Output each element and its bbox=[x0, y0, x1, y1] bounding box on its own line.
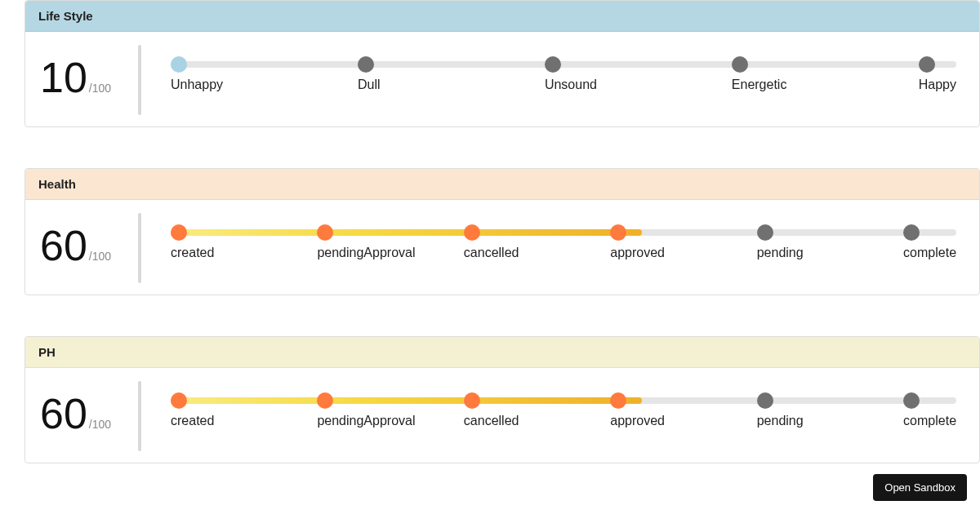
progress-step[interactable]: pending bbox=[757, 224, 903, 260]
score-suffix: /100 bbox=[89, 250, 111, 263]
progress-track[interactable]: createdpendingApprovalcancelledapprovedp… bbox=[163, 392, 964, 440]
step-dot-icon bbox=[358, 56, 374, 73]
step-label: complete bbox=[903, 246, 956, 260]
step-dot-icon bbox=[171, 392, 187, 409]
step-dot-icon bbox=[317, 392, 333, 409]
score-display: 10/100 bbox=[40, 56, 138, 99]
steps-row: createdpendingApprovalcancelledapprovedp… bbox=[171, 224, 956, 260]
progress-step[interactable]: approved bbox=[610, 224, 756, 260]
step-dot-icon bbox=[464, 392, 480, 409]
step-dot-icon bbox=[171, 56, 187, 73]
step-label: pendingApproval bbox=[317, 246, 415, 260]
card-body: 60/100createdpendingApprovalcancelledapp… bbox=[25, 200, 979, 295]
step-label: pending bbox=[757, 246, 804, 260]
score-value: 60 bbox=[40, 224, 87, 267]
steps-row: UnhappyDullUnsoundEnergeticHappy bbox=[171, 56, 956, 92]
step-label: created bbox=[171, 414, 214, 428]
card-body: 10/100UnhappyDullUnsoundEnergeticHappy bbox=[25, 32, 979, 126]
step-label: Unsound bbox=[545, 78, 597, 92]
step-label: approved bbox=[610, 414, 665, 428]
progress-step[interactable]: created bbox=[171, 392, 317, 428]
score-suffix: /100 bbox=[89, 418, 111, 431]
step-label: approved bbox=[610, 246, 665, 260]
progress-step[interactable]: complete bbox=[903, 392, 956, 428]
progress-track[interactable]: UnhappyDullUnsoundEnergeticHappy bbox=[163, 56, 964, 104]
steps-row: createdpendingApprovalcancelledapprovedp… bbox=[171, 392, 956, 428]
progress-step[interactable]: Dull bbox=[358, 56, 545, 92]
step-label: Happy bbox=[919, 78, 956, 92]
progress-step[interactable]: Unsound bbox=[545, 56, 732, 92]
step-dot-icon bbox=[903, 224, 920, 241]
vertical-divider bbox=[138, 213, 141, 283]
metric-card: PH60/100createdpendingApprovalcancelleda… bbox=[24, 336, 980, 463]
step-dot-icon bbox=[171, 224, 187, 241]
score-display: 60/100 bbox=[40, 392, 138, 435]
card-header: Life Style bbox=[25, 1, 979, 32]
progress-step[interactable]: cancelled bbox=[464, 224, 610, 260]
card-header: Health bbox=[25, 169, 979, 200]
step-dot-icon bbox=[464, 224, 480, 241]
score-value: 60 bbox=[40, 392, 87, 435]
score-value: 10 bbox=[40, 56, 87, 99]
progress-step[interactable]: complete bbox=[903, 224, 956, 260]
step-dot-icon bbox=[610, 224, 626, 241]
step-label: cancelled bbox=[464, 246, 519, 260]
progress-step[interactable]: pendingApproval bbox=[317, 224, 463, 260]
step-label: cancelled bbox=[464, 414, 519, 428]
step-label: created bbox=[171, 246, 214, 260]
step-dot-icon bbox=[732, 56, 748, 73]
score-display: 60/100 bbox=[40, 224, 138, 267]
step-dot-icon bbox=[757, 224, 773, 241]
progress-track[interactable]: createdpendingApprovalcancelledapprovedp… bbox=[163, 224, 964, 272]
step-label: Dull bbox=[358, 78, 381, 92]
step-label: pendingApproval bbox=[317, 414, 415, 428]
open-sandbox-button[interactable]: Open Sandbox bbox=[873, 474, 967, 501]
progress-step[interactable]: Energetic bbox=[732, 56, 919, 92]
step-dot-icon bbox=[545, 56, 561, 73]
progress-step[interactable]: Unhappy bbox=[171, 56, 358, 92]
step-dot-icon bbox=[919, 56, 935, 73]
step-label: complete bbox=[903, 414, 956, 428]
progress-step[interactable]: cancelled bbox=[464, 392, 610, 428]
step-dot-icon bbox=[610, 392, 626, 409]
step-label: Energetic bbox=[732, 78, 787, 92]
progress-step[interactable]: pending bbox=[757, 392, 903, 428]
progress-step[interactable]: created bbox=[171, 224, 317, 260]
score-suffix: /100 bbox=[89, 82, 111, 95]
progress-step[interactable]: pendingApproval bbox=[317, 392, 463, 428]
step-label: pending bbox=[757, 414, 804, 428]
progress-step[interactable]: Happy bbox=[919, 56, 956, 92]
step-dot-icon bbox=[757, 392, 773, 409]
card-header: PH bbox=[25, 337, 979, 368]
vertical-divider bbox=[138, 45, 141, 115]
metric-card: Life Style10/100UnhappyDullUnsoundEnerge… bbox=[24, 0, 980, 127]
progress-step[interactable]: approved bbox=[610, 392, 756, 428]
metric-card: Health60/100createdpendingApprovalcancel… bbox=[24, 168, 980, 295]
card-body: 60/100createdpendingApprovalcancelledapp… bbox=[25, 368, 979, 463]
step-dot-icon bbox=[903, 392, 920, 409]
step-dot-icon bbox=[317, 224, 333, 241]
vertical-divider bbox=[138, 381, 141, 451]
step-label: Unhappy bbox=[171, 78, 223, 92]
